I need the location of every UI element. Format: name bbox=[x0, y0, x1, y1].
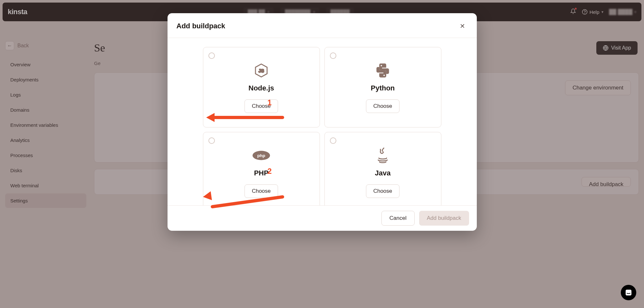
choose-nodejs-button[interactable]: Choose bbox=[245, 99, 278, 113]
choose-python-button[interactable]: Choose bbox=[366, 99, 400, 113]
modal-footer: Cancel Add buildpack bbox=[168, 205, 477, 231]
svg-text:php: php bbox=[257, 153, 265, 158]
buildpack-card-python[interactable]: Python Choose bbox=[324, 47, 441, 127]
cancel-button[interactable]: Cancel bbox=[381, 211, 415, 226]
modal-body: JS Node.js Choose Python Choose php PHP … bbox=[168, 38, 477, 205]
radio-java[interactable] bbox=[330, 137, 336, 144]
buildpack-name-python: Python bbox=[371, 84, 395, 92]
close-icon: ✕ bbox=[460, 23, 465, 30]
nodejs-icon: JS bbox=[252, 61, 270, 79]
java-icon bbox=[374, 146, 392, 164]
buildpack-card-php[interactable]: php PHP Choose bbox=[203, 132, 320, 205]
radio-python[interactable] bbox=[330, 52, 336, 59]
buildpack-name-java: Java bbox=[375, 169, 391, 177]
choose-php-button[interactable]: Choose bbox=[245, 184, 278, 198]
buildpack-card-nodejs[interactable]: JS Node.js Choose bbox=[203, 47, 320, 127]
choose-java-button[interactable]: Choose bbox=[366, 184, 400, 198]
radio-php[interactable] bbox=[208, 137, 215, 144]
add-buildpack-modal: Add buildpack ✕ JS Node.js Choose Python… bbox=[168, 13, 477, 231]
php-icon: php bbox=[252, 146, 270, 164]
modal-header: Add buildpack ✕ bbox=[168, 13, 477, 38]
buildpack-card-java[interactable]: Java Choose bbox=[324, 132, 441, 205]
svg-rect-6 bbox=[626, 290, 631, 295]
modal-title: Add buildpack bbox=[177, 22, 226, 30]
svg-text:JS: JS bbox=[258, 68, 264, 73]
submit-add-buildpack-button[interactable]: Add buildpack bbox=[419, 211, 469, 226]
intercom-launcher[interactable] bbox=[621, 285, 636, 300]
buildpack-name-php: PHP bbox=[254, 169, 268, 177]
buildpack-name-nodejs: Node.js bbox=[248, 84, 274, 92]
python-icon bbox=[374, 61, 392, 79]
radio-nodejs[interactable] bbox=[208, 52, 215, 59]
close-button[interactable]: ✕ bbox=[457, 21, 468, 31]
intercom-icon bbox=[625, 289, 632, 296]
